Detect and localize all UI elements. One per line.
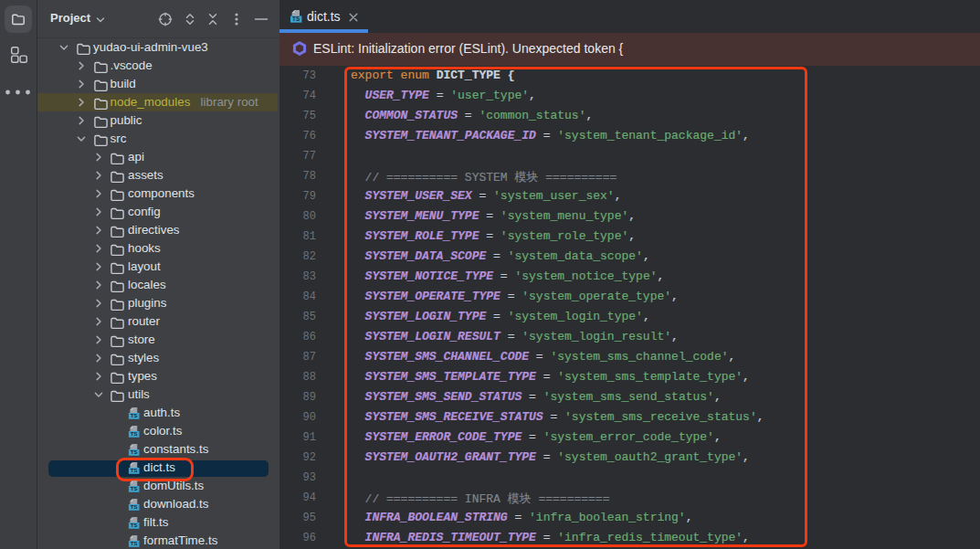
- svg-text:TS: TS: [130, 541, 137, 546]
- svg-text:TS: TS: [130, 431, 137, 437]
- svg-text:TS: TS: [130, 504, 137, 510]
- svg-text:TS: TS: [292, 16, 300, 22]
- svg-text:TS: TS: [130, 413, 137, 418]
- svg-text:TS: TS: [130, 523, 137, 528]
- svg-text:TS: TS: [130, 449, 137, 455]
- svg-text:TS: TS: [130, 486, 137, 491]
